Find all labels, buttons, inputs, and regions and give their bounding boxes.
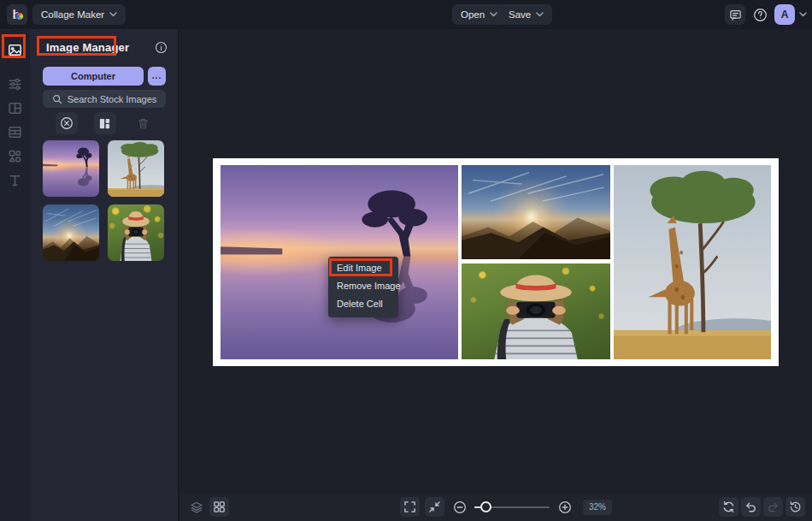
- fullscreen-icon: [403, 500, 416, 513]
- mountain-art: [43, 204, 99, 261]
- more-sources-button[interactable]: ...: [148, 67, 166, 86]
- text-icon: [8, 173, 22, 187]
- open-label: Open: [461, 9, 485, 20]
- fit-screen-icon: [428, 500, 441, 513]
- reset-icon: [722, 500, 735, 513]
- computer-label: Computer: [71, 71, 115, 81]
- chevron-down-icon: [490, 12, 497, 17]
- logo-color-wheel-icon: [15, 12, 24, 21]
- rail-item-graphics[interactable]: [0, 144, 30, 168]
- image-icon: [8, 43, 22, 57]
- save-button[interactable]: Save: [500, 4, 552, 25]
- chat-bubble-icon: [729, 9, 742, 21]
- menu-item-delete-cell[interactable]: Delete Cell: [328, 295, 398, 313]
- redo-icon: [767, 500, 780, 513]
- zoom-slider-handle[interactable]: [480, 501, 491, 512]
- undo-button[interactable]: [741, 497, 761, 517]
- question-mark-icon: [753, 8, 768, 22]
- reset-button[interactable]: [719, 497, 738, 517]
- history-button[interactable]: [786, 497, 805, 517]
- deselect-all-button[interactable]: [56, 112, 78, 134]
- collage-cell-mountain-sunrise[interactable]: [462, 165, 610, 259]
- rows-icon: [8, 125, 22, 139]
- photographer-art: [462, 263, 610, 359]
- menu-item-edit-image[interactable]: Edit Image: [328, 259, 398, 277]
- layers-button[interactable]: [186, 497, 206, 517]
- giraffe-art: [614, 165, 771, 359]
- photographer-art: [108, 204, 164, 261]
- collage-board: [213, 158, 779, 366]
- layers-icon: [190, 500, 203, 514]
- rail-item-layouts[interactable]: [0, 96, 30, 120]
- tools-rail: [0, 29, 30, 521]
- zoom-slider[interactable]: [474, 497, 550, 517]
- thumbnail-woman-with-camera[interactable]: [108, 204, 164, 261]
- giraffe-art: [108, 140, 164, 197]
- grid-view-icon: [213, 500, 226, 513]
- undo-icon: [744, 500, 757, 513]
- thumbnail-mountain-sunrise[interactable]: [43, 204, 99, 261]
- history-icon: [789, 500, 802, 513]
- chevron-down-icon: [109, 12, 117, 17]
- rail-item-text[interactable]: [0, 168, 30, 192]
- thumbnail-purple-lake-sunset[interactable]: [43, 140, 99, 197]
- avatar-letter: A: [781, 9, 789, 21]
- app-logo[interactable]: b: [7, 4, 27, 25]
- thumbnail-giraffe-acacia-tree[interactable]: [108, 140, 164, 197]
- rail-item-edit[interactable]: [0, 72, 30, 96]
- top-bar: b Collage Maker Open Save A: [0, 0, 812, 29]
- collage-cell-woman-with-camera[interactable]: [462, 263, 610, 359]
- chevron-down-icon: [536, 12, 544, 17]
- stock-search-input[interactable]: Search Stock Images: [43, 90, 166, 108]
- stock-search-placeholder: Search Stock Images: [68, 94, 157, 104]
- lake-tree-art: [43, 140, 99, 197]
- search-icon: [52, 94, 62, 104]
- ellipsis-icon: ...: [152, 71, 162, 80]
- help-button[interactable]: [750, 4, 770, 25]
- add-to-collage-icon: [98, 117, 111, 130]
- add-to-collage-button[interactable]: [94, 112, 116, 134]
- sliders-icon: [8, 77, 22, 92]
- feedback-button[interactable]: [725, 4, 745, 25]
- zoom-level-badge: 32%: [583, 500, 612, 515]
- trash-icon: [137, 117, 150, 130]
- canvas-area[interactable]: Edit Image Remove Image Delete Cell: [179, 29, 812, 494]
- open-button[interactable]: Open: [452, 4, 506, 25]
- save-label: Save: [509, 9, 531, 20]
- zoom-in-icon: [558, 500, 572, 514]
- thumbnail-grid: [43, 140, 164, 261]
- mode-selector-button[interactable]: Collage Maker: [32, 4, 126, 25]
- computer-upload-button[interactable]: Computer: [43, 67, 144, 86]
- zoom-out-icon: [453, 500, 467, 514]
- layout-icon: [8, 101, 22, 115]
- shapes-icon: [8, 149, 22, 163]
- grid-view-button[interactable]: [209, 497, 229, 517]
- delete-images-button[interactable]: [132, 112, 154, 134]
- avatar[interactable]: A: [774, 4, 795, 25]
- redo-button[interactable]: [763, 497, 783, 517]
- info-icon: [155, 41, 168, 54]
- zoom-in-button[interactable]: [555, 497, 574, 517]
- menu-item-remove-image[interactable]: Remove Image: [328, 277, 398, 295]
- mountain-art: [462, 165, 610, 259]
- fit-screen-button[interactable]: [425, 497, 444, 517]
- mode-label: Collage Maker: [41, 9, 104, 20]
- zoom-out-button[interactable]: [450, 497, 469, 517]
- image-manager-panel: Image Manager Computer ... Search Stock …: [30, 29, 179, 521]
- deselect-all-icon: [60, 116, 74, 130]
- info-button[interactable]: [155, 41, 168, 54]
- panel-title: Image Manager: [43, 39, 132, 56]
- bottom-bar: 32%: [179, 494, 812, 521]
- cell-context-menu: Edit Image Remove Image Delete Cell: [328, 257, 398, 317]
- fullscreen-button[interactable]: [400, 497, 420, 517]
- account-chevron-down-icon[interactable]: [799, 12, 807, 17]
- rail-item-image-manager[interactable]: [0, 38, 30, 62]
- rail-item-patterns[interactable]: [0, 120, 30, 144]
- collage-cell-giraffe-acacia-tree[interactable]: [614, 165, 771, 359]
